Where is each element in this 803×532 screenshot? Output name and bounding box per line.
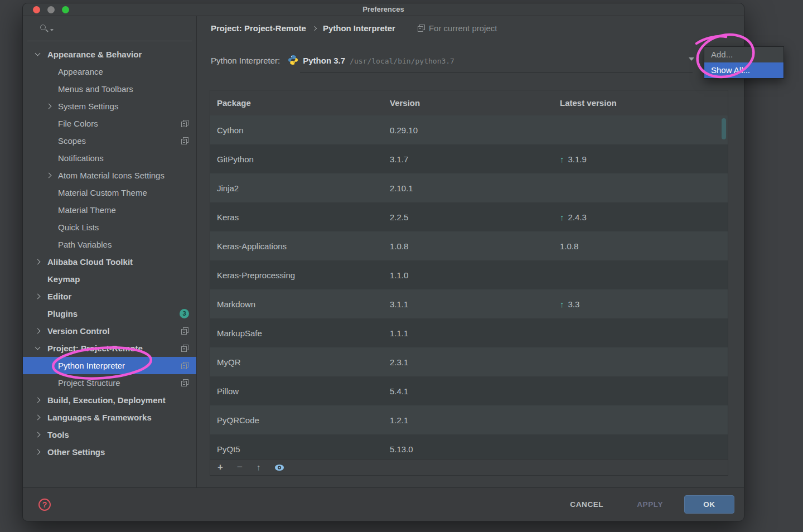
package-table-header: Package Version Latest version [210, 90, 728, 115]
package-version: 5.13.0 [383, 444, 553, 454]
table-row[interactable]: MarkupSafe 1.1.1 [210, 318, 728, 347]
package-version: 2.10.1 [383, 183, 553, 193]
breadcrumb: Project: Project-Remote Python Interpret… [211, 23, 497, 33]
package-version: 1.1.0 [383, 270, 553, 280]
sidebar-item[interactable]: Project: Project-Remote [23, 340, 196, 357]
overridden-settings-icon [181, 120, 188, 127]
sidebar-item[interactable]: Version Control [23, 322, 196, 340]
sidebar-item[interactable]: Other Settings [23, 443, 196, 461]
sidebar-item[interactable]: Material Theme [23, 201, 196, 219]
sidebar-item-label: Menus and Toolbars [58, 84, 133, 94]
sidebar-item-label: Project: Project-Remote [47, 344, 143, 353]
sidebar-item[interactable]: Tools [23, 426, 196, 443]
package-latest-version: ↑2.4.3 [553, 212, 728, 222]
show-early-releases-eye-icon[interactable] [274, 464, 284, 471]
package-version: 3.1.1 [383, 299, 553, 309]
table-row[interactable]: Pillow 5.4.1 [210, 376, 728, 405]
package-version: 1.1.1 [383, 328, 553, 338]
interpreter-dropdown-menu: Add... Show All... [704, 46, 784, 79]
table-row[interactable]: GitPython 3.1.7 ↑3.1.9 [210, 144, 728, 173]
sidebar-item[interactable]: Build, Execution, Deployment [23, 391, 196, 409]
table-row[interactable]: PyQRCode 1.2.1 [210, 405, 728, 434]
sidebar-item[interactable]: Quick Lists [23, 219, 196, 236]
interpreter-field-label: Python Interpreter: [211, 56, 280, 65]
sidebar-item-label: Material Custom Theme [58, 188, 147, 197]
table-scrollbar-thumb[interactable] [722, 118, 726, 139]
table-row[interactable]: Keras-Preprocessing 1.1.0 [210, 260, 728, 289]
package-version: 2.3.1 [383, 357, 553, 367]
package-version: 5.4.1 [383, 386, 553, 396]
package-name: MyQR [210, 357, 383, 367]
table-row[interactable]: Markdown 3.1.1 ↑3.3 [210, 289, 728, 318]
sidebar-item[interactable]: Alibaba Cloud Toolkit [23, 253, 196, 270]
package-name: GitPython [210, 154, 383, 164]
search-options-caret-icon [50, 29, 54, 31]
sidebar-item[interactable]: Languages & Frameworks [23, 409, 196, 426]
sidebar-item[interactable]: Path Variables [23, 236, 196, 253]
package-latest-version: ↑3.3 [553, 299, 728, 309]
help-button[interactable]: ? [38, 499, 51, 511]
sidebar-item[interactable]: Appearance & Behavior [23, 46, 196, 63]
preferences-window: Preferences Appearance & Behavior [22, 3, 744, 521]
chevron-right-icon [35, 432, 41, 438]
table-row[interactable]: MyQR 2.3.1 [210, 347, 728, 376]
sidebar-item[interactable]: Scopes [23, 132, 196, 149]
ok-button[interactable]: OK [684, 495, 734, 514]
sidebar-item[interactable]: System Settings [23, 98, 196, 115]
sidebar-item-label: Build, Execution, Deployment [47, 395, 166, 405]
sidebar-item[interactable]: Atom Material Icons Settings [23, 167, 196, 184]
cancel-button[interactable]: Cancel [570, 500, 603, 509]
breadcrumb-separator-icon [312, 26, 317, 30]
table-row[interactable]: Keras-Applications 1.0.8 1.0.8 [210, 231, 728, 260]
chevron-right-icon [35, 294, 41, 299]
table-row[interactable]: Keras 2.2.5 ↑2.4.3 [210, 202, 728, 231]
settings-sidebar: Appearance & Behavior Appearance [23, 16, 197, 487]
package-name: PyQt5 [210, 444, 383, 454]
table-row[interactable]: Jinja2 2.10.1 [210, 173, 728, 202]
chevron-right-icon [35, 398, 41, 403]
column-header-package[interactable]: Package [210, 98, 383, 108]
table-row[interactable]: PyQt5 5.13.0 [210, 434, 728, 460]
python-interpreter-panel: Project: Project-Remote Python Interpret… [197, 16, 744, 487]
overridden-settings-icon [181, 379, 188, 386]
package-table: Package Version Latest version Cython 0.… [210, 90, 728, 460]
chevron-down-icon [35, 345, 41, 350]
settings-tree: Appearance & Behavior Appearance [23, 41, 196, 461]
sidebar-item-label: Editor [47, 292, 71, 301]
sidebar-item[interactable]: Editor [23, 288, 196, 305]
sidebar-item-label: Notifications [58, 153, 104, 163]
install-package-button[interactable]: + [217, 462, 223, 472]
sidebar-item-label: Other Settings [47, 447, 105, 457]
interpreter-dropdown-caret-icon[interactable] [689, 57, 694, 61]
interpreter-selector[interactable]: Python Interpreter: Python 3.7 /usr/loca… [211, 53, 454, 65]
menu-item[interactable]: Show All... [704, 62, 783, 78]
sidebar-item[interactable]: Notifications [23, 149, 196, 167]
sidebar-item-label: Keymap [47, 274, 80, 284]
sidebar-item[interactable]: Menus and Toolbars [23, 80, 196, 98]
project-scope-icon [418, 25, 425, 32]
menu-item[interactable]: Add... [704, 47, 783, 62]
column-header-version[interactable]: Version [383, 98, 553, 108]
sidebar-item[interactable]: Python Interpreter [23, 357, 196, 374]
package-version: 3.1.7 [383, 154, 553, 164]
sidebar-item[interactable]: Plugins 3 [23, 305, 196, 322]
column-header-latest[interactable]: Latest version [553, 98, 728, 108]
sidebar-item-label: Atom Material Icons Settings [58, 171, 165, 180]
sidebar-item-label: Material Theme [58, 205, 116, 215]
sidebar-item[interactable]: File Colors [23, 115, 196, 132]
interpreter-path: /usr/local/bin/python3.7 [350, 57, 454, 65]
uninstall-package-button[interactable]: − [237, 462, 243, 472]
table-row[interactable]: Cython 0.29.10 [210, 115, 728, 144]
sidebar-item-label: Path Variables [58, 240, 112, 249]
package-name: MarkupSafe [210, 328, 383, 338]
sidebar-item-label: System Settings [58, 101, 118, 111]
sidebar-item[interactable]: Material Custom Theme [23, 184, 196, 201]
sidebar-search[interactable] [27, 16, 192, 41]
sidebar-item[interactable]: Project Structure [23, 374, 196, 391]
upgrade-package-button[interactable]: ↑ [257, 463, 261, 471]
sidebar-item[interactable]: Keymap [23, 270, 196, 288]
sidebar-item[interactable]: Appearance [23, 63, 196, 80]
apply-button[interactable]: Apply [637, 500, 663, 509]
breadcrumb-page: Python Interpreter [323, 23, 395, 33]
breadcrumb-project[interactable]: Project: Project-Remote [211, 23, 306, 33]
